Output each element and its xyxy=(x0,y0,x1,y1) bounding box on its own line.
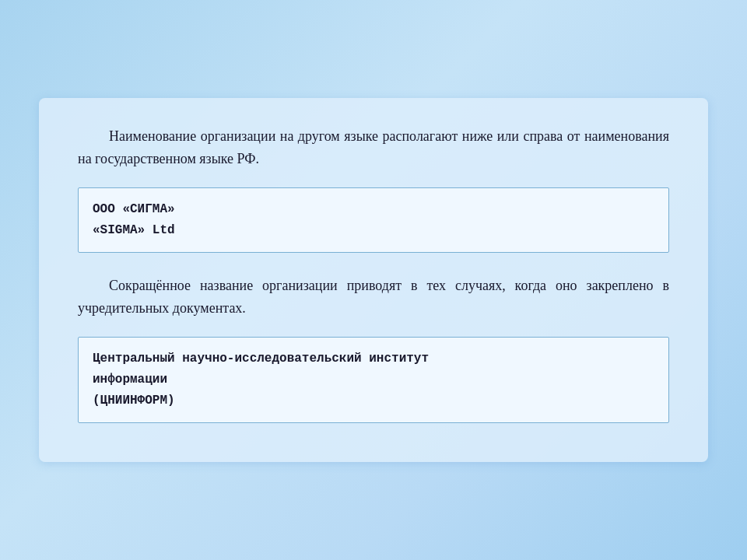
example-box-1: ООО «СИГМА» «SIGMA» Ltd xyxy=(78,187,669,253)
example1-line2: «SIGMA» Ltd xyxy=(93,220,654,241)
paragraph-1: Наименование организации на другом языке… xyxy=(78,125,669,170)
example2-line3: (ЦНИИНФОРМ) xyxy=(93,390,654,411)
example2-line2: информации xyxy=(93,369,654,390)
example-box-2: Центральный научно-исследовательский инс… xyxy=(78,337,669,424)
example2-line1: Центральный научно-исследовательский инс… xyxy=(93,348,654,369)
paragraph-2: Сокращённое название организации приводя… xyxy=(78,275,669,320)
main-content: Наименование организации на другом языке… xyxy=(39,98,708,462)
example1-line1: ООО «СИГМА» xyxy=(93,199,654,220)
